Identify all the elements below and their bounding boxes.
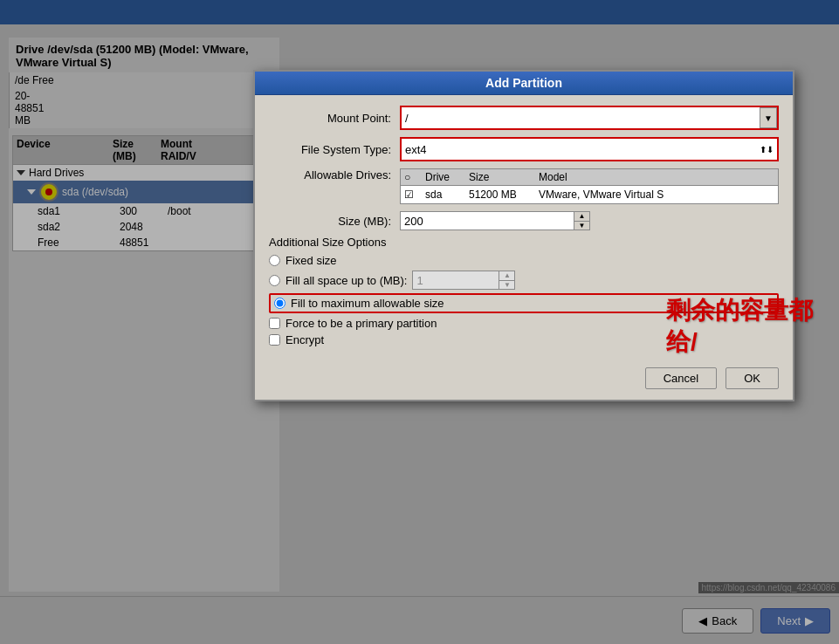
- fillup-input-wrapper: ▲ ▼: [412, 271, 515, 290]
- modal-footer: Cancel OK: [255, 360, 793, 400]
- size-input-wrapper: ▲ ▼: [400, 211, 590, 230]
- size-spin-down[interactable]: ▼: [574, 222, 589, 230]
- drive-row-sda[interactable]: ☑ sda 51200 MB VMware, VMware Virtual S: [401, 186, 778, 203]
- modal-title: Add Partition: [255, 72, 793, 95]
- fillup-spin-up[interactable]: ▲: [499, 271, 514, 281]
- force-primary-checkbox[interactable]: [269, 318, 280, 329]
- mount-point-input[interactable]: [402, 107, 760, 128]
- mount-point-row: Mount Point: ▼: [269, 106, 779, 130]
- drive-model-sda: VMware, VMware Virtual S: [539, 188, 774, 201]
- mount-point-label: Mount Point:: [269, 112, 400, 125]
- radio-fillup-label: Fill all space up to (MB):: [285, 274, 407, 287]
- mount-point-input-wrapper: ▼: [400, 106, 779, 130]
- drives-table: ○ Drive Size Model ☑ sda 51200 MB VMware…: [400, 168, 779, 204]
- drives-header-model: Model: [539, 171, 774, 183]
- radio-fixed-row: Fixed size: [269, 254, 779, 267]
- drives-header-check: ○: [404, 171, 425, 183]
- mount-point-dropdown-btn[interactable]: ▼: [760, 107, 777, 128]
- size-row: Size (MB): ▲ ▼: [269, 211, 779, 230]
- fillup-spinner: ▲ ▼: [499, 271, 515, 290]
- drives-table-wrapper: ○ Drive Size Model ☑ sda 51200 MB VMware…: [400, 168, 779, 204]
- annotation-line1: 剩余的容量都: [666, 295, 813, 326]
- additional-size-title: Additional Size Options: [269, 236, 779, 249]
- radio-fixed[interactable]: [269, 255, 280, 266]
- allowable-drives-row: Allowable Drives: ○ Drive Size Model ☑ s…: [269, 168, 779, 204]
- annotation: 剩余的容量都 给/: [666, 295, 813, 359]
- drives-table-header: ○ Drive Size Model: [401, 169, 778, 186]
- size-spinner: ▲ ▼: [574, 211, 590, 230]
- drives-header-drive: Drive: [425, 171, 469, 183]
- encrypt-label: Encrypt: [285, 333, 324, 346]
- ok-button[interactable]: OK: [726, 367, 779, 389]
- annotation-line2: 给/: [666, 326, 813, 358]
- fs-type-select[interactable]: ext4 ext3 ext2 xfs swap: [402, 139, 777, 160]
- cancel-button[interactable]: Cancel: [645, 367, 717, 389]
- allowable-drives-section: Allowable Drives: ○ Drive Size Model ☑ s…: [269, 168, 779, 204]
- fillup-input[interactable]: [412, 271, 499, 290]
- radio-fillup[interactable]: [269, 275, 280, 286]
- fs-type-dropdown-wrapper: ext4 ext3 ext2 xfs swap ⬆⬇: [400, 137, 779, 161]
- radio-fixed-label: Fixed size: [285, 254, 337, 267]
- drives-header-size: Size: [469, 171, 539, 183]
- encrypt-checkbox[interactable]: [269, 334, 280, 346]
- fs-type-label: File System Type:: [269, 143, 400, 156]
- radio-fillup-row: Fill all space up to (MB): ▲ ▼: [269, 271, 779, 290]
- radio-fillmax-label: Fill to maximum allowable size: [291, 297, 444, 310]
- size-label: Size (MB):: [269, 215, 400, 228]
- force-primary-label: Force to be a primary partition: [285, 317, 437, 330]
- fs-type-row: File System Type: ext4 ext3 ext2 xfs swa…: [269, 137, 779, 161]
- size-spin-up[interactable]: ▲: [574, 212, 589, 222]
- size-input[interactable]: [400, 211, 574, 230]
- drive-checkbox-sda[interactable]: ☑: [404, 188, 425, 201]
- drive-size-sda: 51200 MB: [469, 188, 539, 201]
- radio-fillmax[interactable]: [274, 298, 285, 309]
- drive-name-sda: sda: [425, 188, 469, 201]
- allowable-drives-label: Allowable Drives:: [269, 168, 400, 182]
- fillup-spin-down[interactable]: ▼: [499, 281, 514, 290]
